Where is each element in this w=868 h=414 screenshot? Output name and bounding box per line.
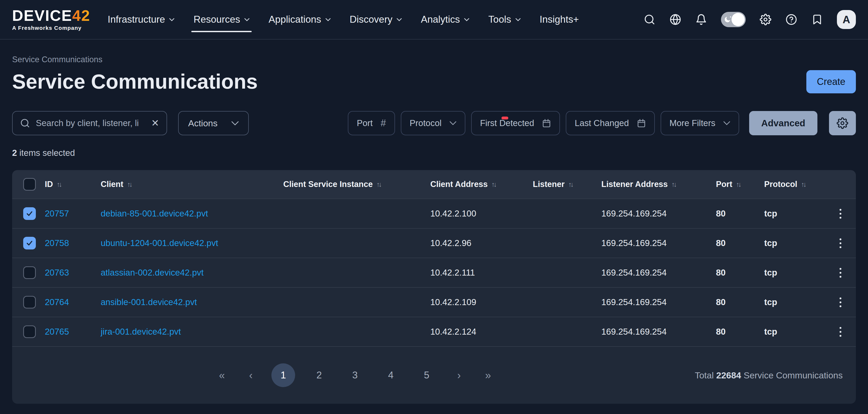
row-checkbox[interactable] (23, 266, 36, 279)
search-icon[interactable] (644, 13, 656, 26)
nav-item-discovery[interactable]: Discovery (350, 14, 402, 25)
help-icon[interactable] (785, 13, 797, 26)
filter-last-changed[interactable]: Last Changed (566, 111, 655, 135)
table-row[interactable]: 20758 ubuntu-1204-001.device42.pvt 10.42… (12, 228, 856, 258)
device42-logo[interactable]: DEVICE42 A Freshworks Company (12, 8, 90, 31)
nav-item-insights[interactable]: Insights+ (540, 14, 579, 25)
column-header-protocol[interactable]: Protocol↑↓ (764, 180, 825, 189)
row-client-link[interactable]: ansible-001.device42.pvt (101, 297, 197, 307)
row-client-link[interactable]: atlassian-002.device42.pvt (101, 268, 204, 277)
column-header-client-address[interactable]: Client Address↑↓ (430, 180, 533, 189)
row-protocol: tcp (764, 209, 825, 218)
pagination-page-2[interactable]: 2 (307, 363, 331, 387)
sort-icon[interactable]: ↑↓ (376, 180, 380, 188)
table-row[interactable]: 20763 atlassian-002.device42.pvt 10.42.2… (12, 258, 856, 287)
moon-icon (723, 15, 733, 24)
row-menu-kebab-icon[interactable] (837, 324, 844, 339)
create-button[interactable]: Create (806, 70, 856, 93)
chevron-down-icon (326, 18, 331, 21)
row-id-link[interactable]: 20763 (45, 268, 69, 277)
pagination: « ‹ 1 2 3 4 5 › » (213, 363, 496, 387)
pagination-next-button[interactable]: › (451, 369, 467, 381)
pagination-last-button[interactable]: » (479, 369, 496, 381)
column-header-listener[interactable]: Listener↑↓ (533, 180, 601, 189)
row-id-link[interactable]: 20765 (45, 327, 69, 336)
bookmark-icon[interactable] (811, 13, 823, 26)
row-client-address: 10.42.2.100 (430, 209, 533, 218)
row-port: 80 (716, 327, 764, 337)
theme-toggle[interactable] (721, 12, 746, 27)
clear-search-icon[interactable]: ✕ (151, 118, 159, 128)
selection-count: 2 (12, 148, 17, 158)
chevron-down-icon (231, 121, 239, 125)
sort-icon[interactable]: ↑↓ (127, 180, 131, 188)
search-input[interactable] (36, 118, 146, 128)
row-listener-address: 169.254.169.254 (601, 297, 716, 307)
row-checkbox[interactable] (23, 296, 36, 308)
nav-item-tools[interactable]: Tools (488, 14, 521, 25)
nav-item-infrastructure[interactable]: Infrastructure (107, 14, 175, 25)
search-box[interactable]: ✕ (12, 111, 167, 135)
pagination-prev-button[interactable]: ‹ (242, 369, 259, 381)
column-header-id[interactable]: ID↑↓ (45, 180, 101, 189)
pagination-page-4[interactable]: 4 (379, 363, 403, 387)
row-id-link[interactable]: 20758 (45, 238, 69, 248)
row-protocol: tcp (764, 297, 825, 307)
calendar-icon (542, 118, 551, 128)
notifications-bell-icon[interactable] (695, 13, 707, 26)
column-header-listener-address[interactable]: Listener Address↑↓ (601, 180, 716, 189)
row-client-link[interactable]: debian-85-001.device42.pvt (101, 209, 208, 218)
table-row[interactable]: 20764 ansible-001.device42.pvt 10.42.2.1… (12, 287, 856, 317)
advanced-button[interactable]: Advanced (749, 111, 817, 135)
pagination-page-1[interactable]: 1 (271, 363, 295, 387)
actions-dropdown[interactable]: Actions (178, 111, 249, 135)
filter-more-filters[interactable]: More Filters (661, 111, 739, 135)
row-client-link[interactable]: ubuntu-1204-001.device42.pvt (101, 238, 218, 248)
row-client-link[interactable]: jira-001.device42.pvt (101, 327, 181, 336)
column-header-client[interactable]: Client↑↓ (101, 180, 283, 189)
column-header-port[interactable]: Port↑↓ (716, 180, 764, 189)
breadcrumb[interactable]: Service Communications (12, 55, 856, 64)
filter-group: Port # Protocol First Detected Last Chan… (348, 111, 856, 135)
row-menu-kebab-icon[interactable] (837, 265, 844, 280)
chevron-down-icon (516, 18, 521, 21)
sort-icon[interactable]: ↑↓ (491, 180, 496, 188)
table-header-row: ID↑↓ Client↑↓ Client Service Instance↑↓ … (12, 170, 856, 199)
row-menu-kebab-icon[interactable] (837, 295, 844, 310)
filter-port[interactable]: Port # (348, 111, 395, 135)
column-header-client-service-instance[interactable]: Client Service Instance↑↓ (283, 180, 430, 189)
pagination-page-3[interactable]: 3 (343, 363, 367, 387)
row-id-link[interactable]: 20757 (45, 209, 69, 218)
user-avatar[interactable]: A (837, 10, 856, 29)
table-settings-gear-button[interactable] (829, 111, 856, 135)
row-id-link[interactable]: 20764 (45, 297, 69, 307)
chevron-down-icon (169, 18, 175, 21)
sort-icon[interactable]: ↑↓ (568, 180, 572, 188)
nav-item-analytics[interactable]: Analytics (421, 14, 469, 25)
table-row[interactable]: 20765 jira-001.device42.pvt 10.42.2.124 … (12, 317, 856, 346)
globe-icon[interactable] (669, 13, 681, 26)
sort-icon[interactable]: ↑↓ (736, 180, 740, 188)
pagination-first-button[interactable]: « (213, 369, 230, 381)
filter-protocol[interactable]: Protocol (401, 111, 465, 135)
select-all-checkbox[interactable] (23, 178, 36, 191)
main-nav: Infrastructure Resources Applications Di… (107, 14, 579, 25)
filter-first-detected[interactable]: First Detected (471, 111, 560, 135)
row-checkbox[interactable] (23, 207, 36, 220)
settings-gear-icon[interactable] (760, 13, 772, 26)
total-value: 22684 (716, 370, 741, 380)
nav-item-applications[interactable]: Applications (269, 14, 331, 25)
logo-wordmark: DEVICE42 (12, 8, 90, 23)
row-menu-kebab-icon[interactable] (837, 206, 844, 221)
row-checkbox[interactable] (23, 325, 36, 338)
sort-icon[interactable]: ↑↓ (672, 180, 676, 188)
row-protocol: tcp (764, 268, 825, 278)
nav-item-resources[interactable]: Resources (193, 14, 250, 25)
row-port: 80 (716, 268, 764, 278)
sort-icon[interactable]: ↑↓ (57, 180, 61, 188)
pagination-page-5[interactable]: 5 (415, 363, 438, 387)
row-checkbox[interactable] (23, 237, 36, 249)
row-menu-kebab-icon[interactable] (837, 236, 844, 251)
table-row[interactable]: 20757 debian-85-001.device42.pvt 10.42.2… (12, 199, 856, 228)
sort-icon[interactable]: ↑↓ (801, 180, 805, 188)
